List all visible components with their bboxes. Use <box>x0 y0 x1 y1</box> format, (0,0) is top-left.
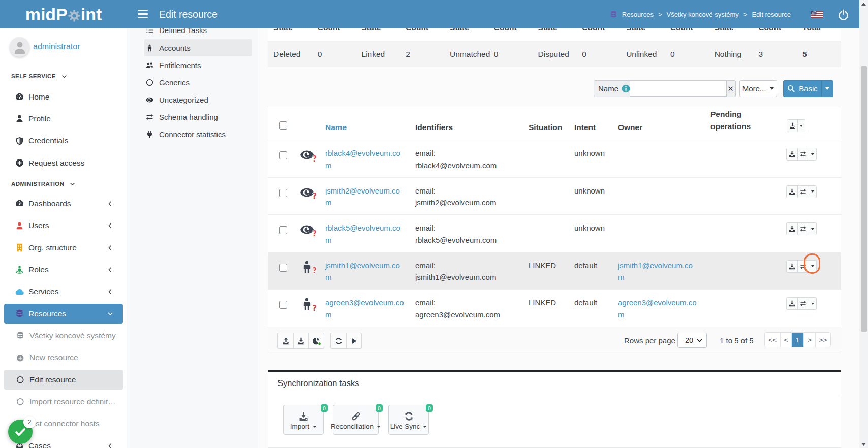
page-button-1[interactable]: 1 <box>791 333 803 347</box>
download-icon[interactable] <box>787 120 797 132</box>
page-button-last[interactable]: >> <box>815 333 830 347</box>
download-icon[interactable] <box>787 298 797 309</box>
download-icon[interactable] <box>787 186 797 198</box>
account-name-link[interactable]: jsmith2@evolveum.com <box>325 185 404 209</box>
sidebar-item-v-etky-koncov-syst-my[interactable]: Všetky koncové systémy <box>0 325 127 346</box>
sidebar-item-org-structure[interactable]: Org. structure <box>0 237 127 259</box>
caret-down-icon <box>825 87 829 90</box>
scroll-down-arrow[interactable] <box>859 440 868 448</box>
details-menu-item-schema-handling[interactable]: Schema handling <box>144 109 252 126</box>
sidebar-item-edit-resource[interactable]: Edit resource <box>0 369 127 391</box>
owner-link[interactable]: jsmith1@evolveum.com <box>618 260 697 283</box>
row-checkbox[interactable] <box>279 226 287 234</box>
select-all-checkbox[interactable] <box>279 121 287 130</box>
us-flag-icon[interactable] <box>811 11 823 18</box>
row-checkbox[interactable] <box>279 151 287 159</box>
more-button-label: More... <box>742 84 766 93</box>
sidebar-item-profile[interactable]: Profile <box>0 108 127 130</box>
download-icon[interactable] <box>787 148 797 160</box>
intent-cell: unknown <box>574 215 618 252</box>
exchange-icon[interactable] <box>797 298 809 309</box>
exchange-icon[interactable] <box>797 261 809 272</box>
sidebar-section-label[interactable]: SELF SERVICE <box>0 71 127 82</box>
avatar[interactable] <box>10 37 29 57</box>
page-button-prev[interactable]: < <box>780 333 791 347</box>
sidebar-item-resources[interactable]: Resources <box>0 303 127 325</box>
sync-task-button-live-sync[interactable]: Live Sync0 <box>388 405 429 435</box>
scrollbar-thumb[interactable] <box>861 66 867 332</box>
sidebar-item-dashboards[interactable]: Dashboards <box>0 193 127 214</box>
exchange-icon[interactable] <box>797 148 809 160</box>
sidebar-item-new-resource[interactable]: New resource <box>0 347 127 369</box>
account-row-rblack5: ?rblack5@evolveum.comemail:rblack5@evolv… <box>268 215 841 252</box>
sidebar-item-roles[interactable]: Roles <box>0 259 127 280</box>
basic-search-dropdown[interactable] <box>822 81 833 97</box>
row-checkbox[interactable] <box>279 301 287 309</box>
details-menu-item-uncategorized[interactable]: Uncategorized <box>144 91 252 108</box>
details-menu-item-entitlements[interactable]: Entitlements <box>144 56 252 74</box>
sidebar-item-credentials[interactable]: Credentials <box>0 130 127 152</box>
row-dropdown-caret[interactable] <box>809 223 816 235</box>
column-header-name[interactable]: Name <box>325 123 347 132</box>
search-input[interactable] <box>630 81 727 97</box>
row-checkbox[interactable] <box>279 189 287 197</box>
details-menu-item-accounts[interactable]: Accounts <box>144 39 252 56</box>
left-sidebar: administrator SELF SERVICEHomeProfileCre… <box>0 28 127 448</box>
upload-button[interactable] <box>278 333 293 348</box>
download-icon[interactable] <box>787 223 797 235</box>
page-button-first[interactable]: << <box>765 333 780 347</box>
download-icon[interactable] <box>787 261 797 272</box>
sidebar-item-label: Resources <box>28 309 66 318</box>
breadcrumb-item[interactable]: Edit resource <box>752 11 791 18</box>
user-name-link[interactable]: administrator <box>33 37 80 57</box>
exchange-icon[interactable] <box>797 186 809 198</box>
sidebar-section-label[interactable]: ADMINISTRATION <box>0 178 127 189</box>
details-menu-item-generics[interactable]: Generics <box>144 74 252 91</box>
breadcrumb-item[interactable]: Všetky koncové systémy <box>666 11 738 18</box>
info-icon[interactable] <box>622 84 630 93</box>
plus-circle-icon <box>16 354 24 362</box>
close-icon[interactable]: ✕ <box>726 81 735 97</box>
exchange-icon[interactable] <box>797 223 809 235</box>
sync-task-button-import[interactable]: Import0 <box>283 405 324 435</box>
account-row-jsmith1: ?jsmith1@evolveum.comemail:jsmith1@evolv… <box>268 252 841 290</box>
account-name-link[interactable]: rblack4@evolveum.com <box>325 147 404 171</box>
download-button[interactable] <box>293 333 308 348</box>
rows-per-page-select[interactable]: 20 <box>677 333 707 348</box>
basic-search-button[interactable]: Basic <box>783 80 833 97</box>
sidebar-item-import-resource-definition[interactable]: Import resource definition <box>0 391 127 412</box>
sidebar-toggle-button[interactable] <box>138 10 148 18</box>
account-name-link[interactable]: jsmith1@evolveum.com <box>325 260 404 283</box>
sidebar-item-request-access[interactable]: Request access <box>0 152 127 174</box>
sidebar-item-users[interactable]: Users <box>0 215 127 237</box>
row-dropdown-caret[interactable] <box>809 148 816 160</box>
row-dropdown-caret[interactable] <box>809 261 816 272</box>
circle-o-icon <box>16 398 24 406</box>
sidebar-item-home[interactable]: Home <box>0 86 127 108</box>
vertical-scrollbar[interactable] <box>859 0 868 448</box>
row-dropdown-caret[interactable] <box>809 186 816 198</box>
pie-plus-button[interactable] <box>308 333 324 348</box>
download-dropdown-caret[interactable] <box>797 120 805 132</box>
details-menu-item-connector-statistics[interactable]: Connector statistics <box>144 126 252 143</box>
intent-cell: unknown <box>574 140 618 178</box>
row-dropdown-caret[interactable] <box>809 298 816 309</box>
row-checkbox[interactable] <box>279 264 287 272</box>
more-button[interactable]: More... <box>739 80 777 97</box>
play-icon <box>350 337 358 345</box>
refresh-button[interactable] <box>331 333 346 348</box>
owner-link[interactable]: agreen3@evolveum.com <box>618 297 697 321</box>
power-icon[interactable] <box>838 9 849 20</box>
account-name-link[interactable]: agreen3@evolveum.com <box>325 297 404 321</box>
breadcrumb-item[interactable]: Resources <box>622 11 654 18</box>
sync-task-button-reconciliation[interactable]: Reconciliation0 <box>333 405 379 435</box>
account-name-link[interactable]: rblack5@evolveum.com <box>325 222 404 246</box>
midpoint-logo[interactable]: midPint <box>0 0 127 28</box>
row-actions <box>786 260 817 273</box>
logo-text-post: int <box>81 5 102 24</box>
scroll-up-arrow[interactable] <box>859 0 868 8</box>
identifiers-cell: email:agreen3@evolveum.com <box>415 297 529 321</box>
sidebar-item-services[interactable]: Services <box>0 281 127 303</box>
page-button-next[interactable]: > <box>803 333 815 347</box>
play-button[interactable] <box>346 333 361 348</box>
